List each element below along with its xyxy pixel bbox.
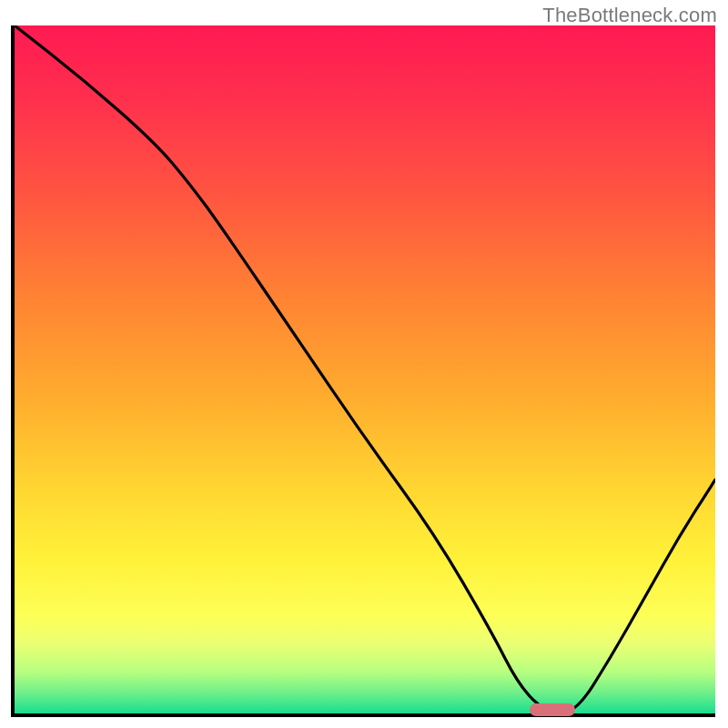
bottleneck-curve (15, 25, 715, 713)
watermark-text: TheBottleneck.com (542, 4, 717, 27)
plot-area (11, 25, 715, 717)
optimal-range-marker (530, 703, 575, 716)
